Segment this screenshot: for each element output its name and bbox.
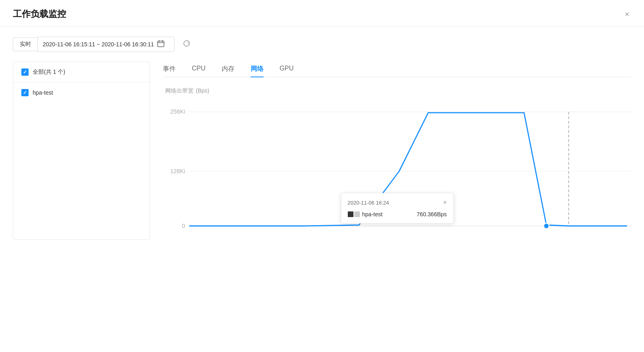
dialog-title: 工作负载监控 xyxy=(13,8,66,20)
checkbox-hpa xyxy=(21,89,29,96)
svg-text:256Ki: 256Ki xyxy=(170,108,185,115)
tab-events[interactable]: 事件 xyxy=(163,62,176,77)
dialog: 工作负载监控 × 实时 2020-11-06 16:15:11 ~ 2020-1… xyxy=(0,0,644,352)
svg-rect-0 xyxy=(158,41,164,47)
sidebar-item-hpa[interactable]: hpa-test xyxy=(13,83,150,103)
tabs: 事件 CPU 内存 网络 GPU xyxy=(163,62,631,77)
tab-memory[interactable]: 内存 xyxy=(222,62,235,77)
time-range-input[interactable]: 2020-11-06 16:15:11 ~ 2020-11-06 16:30:1… xyxy=(37,37,175,52)
main-content: 全部(共 1 个) hpa-test 事件 CPU 内存 网络 GPU xyxy=(13,62,631,240)
tooltip-legend: hpa-test xyxy=(348,211,383,217)
chart-title: 网络出带宽(Bps) xyxy=(163,87,631,95)
tab-gpu[interactable]: GPU xyxy=(280,62,294,77)
tooltip-time: 2020-11-06 16:24 xyxy=(348,200,389,206)
tab-cpu[interactable]: CPU xyxy=(192,62,206,77)
close-button[interactable]: × xyxy=(623,8,631,20)
svg-text:0: 0 xyxy=(182,222,185,229)
sidebar-item-all[interactable]: 全部(共 1 个) xyxy=(13,62,150,83)
tooltip-header: 2020-11-06 16:24 × xyxy=(348,199,447,206)
chart-section: 网络出带宽(Bps) 256Ki 128Ki 0 xyxy=(163,87,631,240)
toolbar: 实时 2020-11-06 16:15:11 ~ 2020-11-06 16:3… xyxy=(13,37,631,52)
sidebar-label-hpa: hpa-test xyxy=(33,89,53,96)
checkbox-all xyxy=(21,68,29,76)
svg-text:128Ki: 128Ki xyxy=(170,168,185,174)
tooltip: 2020-11-06 16:24 × hpa-test xyxy=(341,193,454,224)
realtime-button[interactable]: 实时 xyxy=(13,37,37,51)
tab-network[interactable]: 网络 xyxy=(251,62,264,77)
tooltip-row: hpa-test 760.366Bps xyxy=(348,211,447,217)
tooltip-value: 760.366Bps xyxy=(417,211,447,217)
tooltip-legend-name: hpa-test xyxy=(362,211,383,217)
legend-blocks xyxy=(348,211,360,217)
svg-point-8 xyxy=(544,223,549,229)
chart-container: 256Ki 128Ki 0 xyxy=(163,103,631,240)
dialog-header: 工作负载监控 × xyxy=(0,0,644,27)
sidebar: 全部(共 1 个) hpa-test xyxy=(13,62,150,240)
legend-block-dark xyxy=(348,211,353,217)
chart-area: 事件 CPU 内存 网络 GPU 网络出带宽(Bps) xyxy=(163,62,631,240)
time-range-text: 2020-11-06 16:15:11 ~ 2020-11-06 16:30:1… xyxy=(43,41,154,48)
legend-block-light xyxy=(354,211,360,217)
refresh-button[interactable] xyxy=(181,38,192,51)
calendar-icon xyxy=(157,40,164,49)
sidebar-label-all: 全部(共 1 个) xyxy=(33,68,65,76)
dialog-body: 实时 2020-11-06 16:15:11 ~ 2020-11-06 16:3… xyxy=(0,27,644,249)
tooltip-close-button[interactable]: × xyxy=(443,199,447,206)
